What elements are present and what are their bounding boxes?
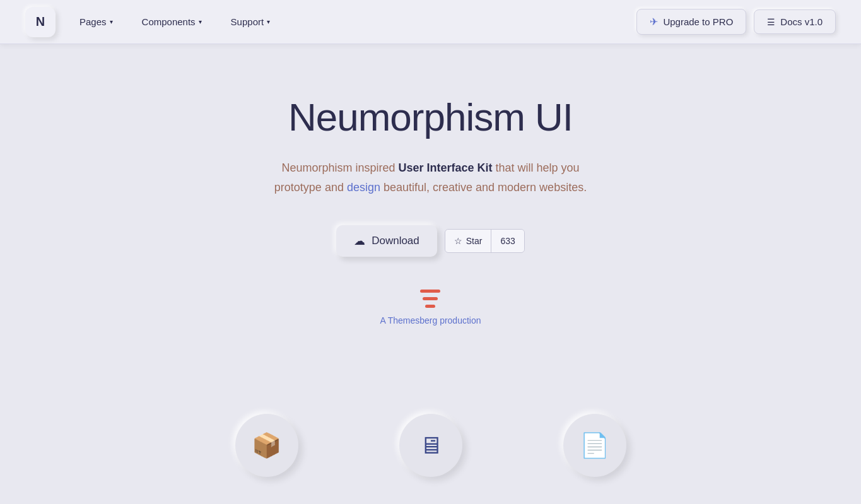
- nav-components-chevron-icon: ▾: [199, 18, 202, 25]
- feature-box-icon: 📦: [252, 431, 281, 459]
- navbar: N Pages ▾ Components ▾ Support ▾ ✈ Upgra…: [0, 0, 861, 44]
- subtitle-part1: Neumorphism inspired: [281, 161, 398, 174]
- star-button-label: Star: [466, 236, 483, 246]
- themesberg-section: A Themesberg production: [380, 288, 481, 325]
- feature-doc-icon: 📄: [580, 431, 609, 459]
- download-button[interactable]: ☁ Download: [336, 225, 437, 257]
- download-cloud-icon: ☁: [354, 234, 365, 248]
- feature-icon-box: 📦: [235, 414, 298, 477]
- nav-components-label: Components: [142, 16, 196, 27]
- hero-title: Neumorphism UI: [288, 95, 573, 139]
- upgrade-button-label: Upgrade to PRO: [663, 16, 733, 27]
- button-row: ☁ Download ☆ Star 633: [336, 225, 525, 257]
- themesberg-bar-1: [420, 290, 440, 293]
- nav-components[interactable]: Components ▾: [137, 13, 207, 31]
- hero-subtitle: Neumorphism inspired User Interface Kit …: [267, 158, 595, 197]
- features-row: 📦 🖥 📄: [0, 401, 861, 489]
- star-count: 633: [491, 230, 524, 252]
- feature-icon-monitor: 🖥: [399, 414, 462, 477]
- nav-support-chevron-icon: ▾: [267, 18, 270, 25]
- subtitle-blue: design: [347, 181, 380, 194]
- docs-icon: ☰: [767, 17, 775, 27]
- logo-box[interactable]: N: [25, 7, 56, 37]
- docs-button[interactable]: ☰ Docs v1.0: [754, 9, 836, 34]
- download-button-label: Download: [372, 235, 419, 247]
- nav-pages-label: Pages: [79, 16, 107, 27]
- subtitle-part3: beautiful, creative and modern websites.: [380, 181, 587, 194]
- nav-pages-chevron-icon: ▾: [110, 18, 113, 25]
- upgrade-icon: ✈: [650, 16, 658, 28]
- star-button[interactable]: ☆ Star: [445, 230, 492, 252]
- nav-support-label: Support: [231, 16, 264, 27]
- upgrade-button[interactable]: ✈ Upgrade to PRO: [636, 9, 746, 35]
- themesberg-bar-2: [423, 297, 438, 300]
- hero-section: Neumorphism UI Neumorphism inspired User…: [0, 44, 861, 401]
- nav-pages[interactable]: Pages ▾: [74, 13, 118, 31]
- navbar-right: ✈ Upgrade to PRO ☰ Docs v1.0: [636, 9, 836, 35]
- logo-letter: N: [36, 15, 45, 29]
- nav-support[interactable]: Support ▾: [226, 13, 276, 31]
- docs-button-label: Docs v1.0: [780, 16, 823, 27]
- star-icon: ☆: [454, 236, 462, 246]
- subtitle-bold: User Interface Kit: [398, 161, 492, 174]
- themesberg-logo: [420, 288, 440, 309]
- navbar-left: N Pages ▾ Components ▾ Support ▾: [25, 7, 275, 37]
- star-button-group: ☆ Star 633: [445, 229, 525, 253]
- feature-monitor-icon: 🖥: [419, 432, 443, 459]
- themesberg-text: A Themesberg production: [380, 315, 481, 325]
- feature-icon-doc: 📄: [563, 414, 626, 477]
- themesberg-bar-3: [425, 305, 435, 308]
